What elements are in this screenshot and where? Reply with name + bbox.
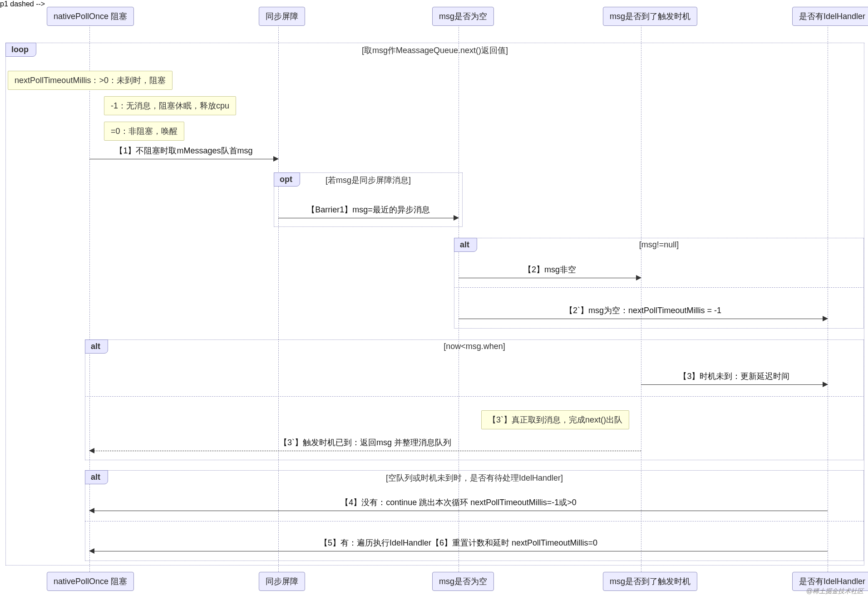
alt1-label: alt	[454, 238, 477, 252]
note-n2: -1：无消息，阻塞休眠，释放cpu	[104, 96, 236, 115]
msg-m3: 【3】时机未到：更新延迟时间	[641, 371, 828, 382]
msg-m2p: 【2`】msg为空：nextPollTimeoutMillis = -1	[459, 305, 828, 316]
opt-frame: opt [若msg是同步屏障消息]	[274, 172, 463, 227]
participant-label: msg是否到了触发时机	[610, 12, 690, 21]
alt3-divider	[85, 521, 864, 521]
participant-label: nativePollOnce 阻塞	[54, 577, 127, 586]
note-n3p: 【3`】真正取到消息，完成next()出队	[481, 410, 629, 429]
participant-label: 同步屏障	[266, 12, 298, 21]
msg-m3p: 【3`】触发时机已到：返回msg 并整理消息队列	[89, 437, 641, 448]
alt2-cond: [now<msg.when]	[444, 342, 505, 351]
alt2-label: alt	[85, 339, 108, 354]
participant-label: nativePollOnce 阻塞	[54, 12, 127, 21]
participant-p5-top: 是否有IdelHandler	[792, 7, 868, 26]
alt2-divider	[85, 396, 864, 397]
participant-p4-bottom: msg是否到了触发时机	[603, 572, 697, 591]
participant-p4-top: msg是否到了触发时机	[603, 7, 697, 26]
sequence-diagram: nativePollOnce 阻塞 同步屏障 msg是否为空 msg是否到了触发…	[0, 0, 868, 600]
participant-label: msg是否为空	[439, 577, 487, 586]
loop-label: loop	[5, 43, 36, 57]
opt-cond: [若msg是同步屏障消息]	[326, 175, 411, 186]
note-n1: nextPollTimeoutMillis：>0：未到时，阻塞	[8, 71, 173, 90]
participant-p1-top: nativePollOnce 阻塞	[47, 7, 134, 26]
alt3-label: alt	[85, 470, 108, 484]
watermark: @稀土掘金技术社区	[806, 587, 863, 595]
alt3-cond: [空队列或时机未到时，是否有待处理IdelHandler]	[386, 472, 563, 483]
participant-label: 是否有IdelHandler	[799, 577, 865, 586]
alt1-divider	[454, 287, 864, 288]
participant-label: 是否有IdelHandler	[799, 12, 865, 21]
participant-p2-top: 同步屏障	[259, 7, 305, 26]
participant-p3-top: msg是否为空	[432, 7, 494, 26]
alt1-cond: [msg!=null]	[639, 240, 679, 250]
note-n3: =0：非阻塞，唤醒	[104, 122, 184, 141]
msg-m1: 【1】不阻塞时取mMessages队首msg	[89, 145, 278, 156]
msg-m2: 【2】msg非空	[459, 264, 641, 275]
loop-cond: [取msg作MeassageQueue.next()返回值]	[362, 45, 508, 56]
opt-label: opt	[274, 172, 300, 187]
msg-m4: 【4】没有：continue 跳出本次循环 nextPollTimeoutMil…	[89, 497, 828, 508]
participant-label: msg是否为空	[439, 12, 487, 21]
msg-mB1: 【Barrier1】msg=最近的异步消息	[278, 204, 459, 215]
participant-p3-bottom: msg是否为空	[432, 572, 494, 591]
msg-m5: 【5】有：遍历执行IdelHandler【6】重置计数和延时 nextPollT…	[89, 537, 828, 548]
participant-label: 同步屏障	[266, 577, 298, 586]
participant-p1-bottom: nativePollOnce 阻塞	[47, 572, 134, 591]
participant-p2-bottom: 同步屏障	[259, 572, 305, 591]
participant-label: msg是否到了触发时机	[610, 577, 690, 586]
